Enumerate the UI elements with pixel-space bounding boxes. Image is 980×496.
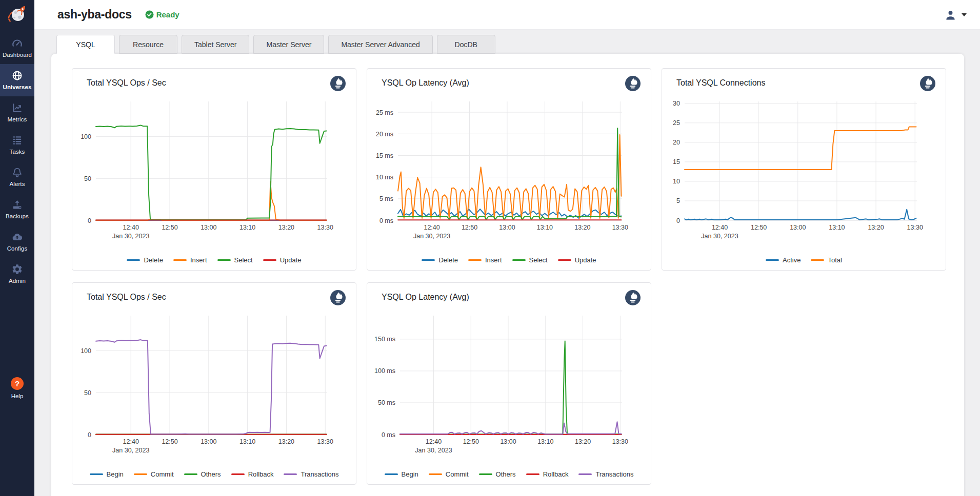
- sidebar-item-alerts[interactable]: Alerts: [0, 161, 34, 193]
- legend-swatch: [479, 473, 492, 475]
- legend-item-delete[interactable]: Delete: [422, 256, 458, 264]
- legend-label: Select: [234, 256, 253, 264]
- svg-text:0 ms: 0 ms: [379, 217, 393, 224]
- legend-swatch: [468, 259, 482, 261]
- svg-text:13:00: 13:00: [500, 438, 516, 445]
- svg-text:12:40: 12:40: [712, 224, 728, 231]
- universe-icon: [11, 70, 23, 81]
- legend-swatch: [184, 473, 197, 475]
- admin-icon: [11, 263, 23, 275]
- metrics-panel: Total YSQL Ops / Sec 12:40Jan 30, 202312…: [51, 54, 964, 496]
- legend-item-commit[interactable]: Commit: [134, 470, 174, 478]
- legend-label: Insert: [485, 256, 502, 264]
- legend-item-others[interactable]: Others: [184, 470, 221, 478]
- user-menu[interactable]: [944, 0, 967, 30]
- legend-label: Others: [201, 470, 221, 478]
- sidebar-help-label: Help: [11, 393, 24, 399]
- legend-label: Update: [575, 256, 596, 264]
- svg-text:50: 50: [84, 389, 91, 397]
- check-circle-icon: [145, 10, 154, 19]
- tab-ysql[interactable]: YSQL: [56, 35, 115, 54]
- yugabyte-logo-icon[interactable]: [0, 0, 34, 29]
- chart-card: Total YSQL Ops / Sec 12:40Jan 30, 202312…: [72, 282, 356, 485]
- legend-swatch: [90, 473, 103, 475]
- svg-text:Jan 30, 2023: Jan 30, 2023: [701, 233, 738, 240]
- legend-label: Begin: [402, 470, 418, 478]
- svg-text:13:20: 13:20: [575, 438, 591, 445]
- tab-resource[interactable]: Resource: [119, 35, 177, 54]
- charts-grid: Total YSQL Ops / Sec 12:40Jan 30, 202312…: [51, 54, 964, 485]
- sidebar-item-backups[interactable]: Backups: [0, 193, 34, 225]
- legend-item-insert[interactable]: Insert: [173, 256, 207, 264]
- sidebar-item-universes[interactable]: Universes: [0, 64, 34, 96]
- svg-text:25: 25: [673, 119, 680, 127]
- svg-text:15 ms: 15 ms: [376, 152, 393, 159]
- legend-item-select[interactable]: Select: [512, 256, 548, 264]
- svg-text:13:20: 13:20: [278, 224, 294, 231]
- svg-text:Jan 30, 2023: Jan 30, 2023: [112, 233, 149, 240]
- tab-tablet-server[interactable]: Tablet Server: [182, 35, 249, 54]
- legend-label: Total: [828, 256, 842, 264]
- legend-item-begin[interactable]: Begin: [385, 470, 418, 478]
- legend-item-select[interactable]: Select: [217, 256, 253, 264]
- sidebar-item-label: Configs: [7, 245, 28, 252]
- legend-label: Delete: [438, 256, 458, 264]
- legend-item-commit[interactable]: Commit: [429, 470, 469, 478]
- legend-label: Update: [280, 256, 302, 264]
- sidebar-item-metrics[interactable]: Metrics: [0, 96, 34, 129]
- chart-plot-area: 12:40Jan 30, 202312:5013:0013:1013:2013:…: [72, 283, 357, 485]
- svg-text:13:00: 13:00: [201, 224, 216, 231]
- tab-master-server[interactable]: Master Server: [253, 35, 324, 54]
- sidebar-item-tasks[interactable]: Tasks: [0, 129, 34, 161]
- legend-item-rollback[interactable]: Rollback: [526, 470, 569, 478]
- svg-text:12:50: 12:50: [463, 438, 479, 445]
- svg-text:13:10: 13:10: [239, 438, 255, 445]
- legend-swatch: [811, 259, 824, 261]
- legend-item-insert[interactable]: Insert: [468, 256, 502, 264]
- legend-item-transactions[interactable]: Transactions: [284, 470, 338, 478]
- sidebar-item-configs[interactable]: Configs: [0, 225, 34, 258]
- svg-text:25 ms: 25 ms: [376, 109, 393, 116]
- legend-item-others[interactable]: Others: [479, 470, 516, 478]
- legend-item-active[interactable]: Active: [766, 256, 801, 264]
- legend-swatch: [578, 473, 592, 475]
- tab-master-server-advanced[interactable]: Master Server Advanced: [328, 35, 432, 54]
- svg-text:5 ms: 5 ms: [379, 195, 393, 202]
- svg-text:12:40: 12:40: [123, 438, 139, 445]
- metrics-icon: [11, 102, 23, 114]
- svg-text:20: 20: [673, 139, 680, 146]
- legend-swatch: [217, 259, 231, 261]
- svg-text:0: 0: [676, 217, 680, 224]
- chart-card: YSQL Op Latency (Avg) 12:40Jan 30, 20231…: [367, 282, 651, 485]
- legend-item-update[interactable]: Update: [558, 256, 596, 264]
- legend-swatch: [766, 259, 779, 261]
- legend-item-rollback[interactable]: Rollback: [231, 470, 274, 478]
- metrics-tab-bar: YSQLResourceTablet ServerMaster ServerMa…: [56, 35, 499, 54]
- svg-text:12:40: 12:40: [424, 224, 439, 231]
- svg-text:12:50: 12:50: [751, 224, 767, 231]
- svg-text:13:30: 13:30: [317, 438, 333, 445]
- chart-plot-area: 12:40Jan 30, 202312:5013:0013:1013:2013:…: [662, 69, 947, 271]
- legend-item-delete[interactable]: Delete: [127, 256, 163, 264]
- sidebar-item-dashboard[interactable]: Dashboard: [0, 32, 34, 64]
- svg-text:12:50: 12:50: [162, 224, 177, 231]
- header: ash-yba-docs Ready: [34, 0, 980, 30]
- legend-label: Others: [496, 470, 516, 478]
- sidebar-item-label: Universes: [3, 84, 32, 90]
- sidebar-item-help[interactable]: ? Help: [0, 377, 34, 399]
- legend-item-total[interactable]: Total: [811, 256, 842, 264]
- sidebar-item-admin[interactable]: Admin: [0, 258, 34, 290]
- chart-card: Total YSQL Connections 12:40Jan 30, 2023…: [662, 68, 946, 271]
- svg-text:50 ms: 50 ms: [378, 399, 395, 406]
- legend-item-update[interactable]: Update: [263, 256, 302, 264]
- legend-label: Active: [783, 256, 801, 264]
- tab-docdb[interactable]: DocDB: [437, 35, 495, 54]
- legend-swatch: [512, 259, 526, 261]
- legend-swatch: [134, 473, 147, 475]
- legend-item-begin[interactable]: Begin: [90, 470, 124, 478]
- legend-item-transactions[interactable]: Transactions: [578, 470, 633, 478]
- tasks-icon: [11, 134, 23, 146]
- legend-swatch: [385, 473, 398, 475]
- svg-text:13:30: 13:30: [317, 224, 333, 231]
- svg-text:13:10: 13:10: [537, 224, 553, 231]
